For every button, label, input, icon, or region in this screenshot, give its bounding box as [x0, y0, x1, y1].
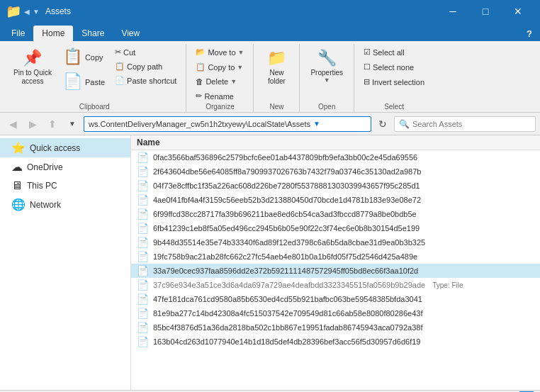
file-name: 04f73e8cffbc1f35a226ac608d226be7280f5537…: [153, 181, 420, 190]
close-button[interactable]: ✕: [502, 0, 534, 23]
delete-label: Delete: [206, 77, 228, 86]
onedrive-icon: ☁: [11, 160, 23, 174]
search-input[interactable]: [412, 120, 531, 128]
properties-label: Properties: [310, 69, 343, 77]
copy-to-label: Copy to: [208, 63, 235, 72]
maximize-button[interactable]: □: [469, 0, 502, 23]
new-folder-button[interactable]: 📁 Newfolder: [259, 45, 293, 89]
select-all-label: Select all: [373, 48, 405, 57]
copy-to-button[interactable]: 📋 Copy to ▼: [192, 60, 247, 74]
tab-share[interactable]: Share: [73, 26, 113, 41]
file-name: 85bc4f3876d51a36da2818ba502c1bb867e19951…: [153, 323, 423, 332]
sidebar-item-onedrive[interactable]: ☁ OneDrive: [0, 157, 130, 177]
clipboard-label: Clipboard: [79, 103, 110, 112]
search-icon: 🔍: [399, 119, 410, 129]
select-group-content: ☑ Select all ☐ Select none ⊟ Invert sele…: [360, 45, 428, 103]
path-dropdown-icon: ▼: [313, 120, 320, 128]
file-icon: 📄: [137, 336, 149, 347]
properties-button[interactable]: 🔧 Properties ▼: [305, 45, 348, 87]
file-row[interactable]: 📄85bc4f3876d51a36da2818ba502c1bb867e1995…: [131, 320, 540, 335]
tab-home[interactable]: Home: [33, 26, 73, 41]
clipboard-col: 📋 Copy 📄 Paste: [58, 45, 110, 94]
move-to-button[interactable]: 📂 Move to ▼: [192, 45, 247, 59]
file-icon: 📄: [137, 308, 149, 319]
file-icon: 📄: [137, 152, 149, 163]
new-group: 📁 Newfolder New: [254, 44, 300, 112]
refresh-button[interactable]: ↻: [374, 116, 391, 132]
forward-button[interactable]: ▶: [24, 116, 41, 132]
file-row[interactable]: 📄33a79e0cec937faa8596dd2e372b59211114875…: [131, 264, 540, 278]
organize-group: 📂 Move to ▼ 📋 Copy to ▼ 🗑 Delete ▼ ✏ Ren…: [186, 44, 254, 112]
file-name: 6f99ffcd38cc28717fa39b696211bae8ed6cb54c…: [153, 210, 417, 218]
tab-view[interactable]: View: [113, 26, 148, 41]
properties-chevron: ▼: [324, 77, 330, 84]
sidebar-onedrive-label: OneDrive: [27, 162, 63, 172]
clipboard-group-content: 📌 Pin to Quickaccess 📋 Copy 📄 Paste ✂ Cu…: [9, 45, 180, 103]
file-name: 33a79e0cec937faa8596dd2e372b592111148757…: [153, 267, 418, 275]
select-all-button[interactable]: ☑ Select all: [360, 45, 408, 59]
file-name: 0fac3566baf536896c2579bcfc6ee01ab4437809…: [153, 153, 417, 162]
file-row[interactable]: 📄81e9ba277c14bd42308a4fc515037542e709549…: [131, 306, 540, 320]
sidebar-item-network[interactable]: 🌐 Network: [0, 195, 130, 214]
file-name: 37c96e934e3a51ce3d6a4da697a729ae4deafbdd…: [153, 281, 425, 289]
select-all-icon: ☑: [364, 47, 371, 57]
delete-button[interactable]: 🗑 Delete ▼: [192, 75, 240, 88]
delete-icon: 🗑: [196, 77, 203, 86]
open-group-content: 🔧 Properties ▼: [305, 45, 348, 103]
select-none-button[interactable]: ☐ Select none: [360, 60, 417, 74]
ribbon: 📌 Pin to Quickaccess 📋 Copy 📄 Paste ✂ Cu…: [0, 41, 540, 113]
minimize-button[interactable]: ─: [437, 0, 469, 23]
file-row[interactable]: 📄2f643604dbe56e64085ff8a7909937026763b74…: [131, 164, 540, 179]
invert-selection-button[interactable]: ⊟ Invert selection: [360, 75, 428, 89]
organize-group-content: 📂 Move to ▼ 📋 Copy to ▼ 🗑 Delete ▼ ✏ Ren…: [192, 45, 247, 103]
address-path[interactable]: ws.ContentDeliveryManager_cw5n1h2txyewy\…: [84, 116, 371, 132]
tab-file[interactable]: File: [3, 26, 33, 41]
pin-to-quick-access-button[interactable]: 📌 Pin to Quickaccess: [9, 45, 57, 89]
quick-access-icon: ◀: [24, 8, 30, 16]
clipboard-group: 📌 Pin to Quickaccess 📋 Copy 📄 Paste ✂ Cu…: [3, 44, 186, 112]
properties-icon: 🔧: [317, 49, 337, 67]
pin-label: Pin to Quickaccess: [13, 69, 52, 86]
file-row[interactable]: 📄47fe181dca761cd9580a85b6530ed4cd55b921b…: [131, 292, 540, 306]
file-row[interactable]: 📄6f99ffcd38cc28717fa39b696211bae8ed6cb54…: [131, 207, 540, 221]
new-folder-label: Newfolder: [268, 69, 286, 86]
sidebar-item-quick-access[interactable]: ⭐ Quick access: [0, 138, 130, 157]
move-to-chevron: ▼: [238, 49, 244, 56]
this-pc-icon: 🖥: [11, 179, 23, 192]
select-none-label: Select none: [373, 63, 414, 72]
path-text: ws.ContentDeliveryManager_cw5n1h2txyewy\…: [89, 120, 310, 128]
file-name: 2f643604dbe56e64085ff8a7909937026763b743…: [153, 167, 421, 176]
copy-button[interactable]: 📋 Copy: [58, 45, 110, 69]
sidebar-item-this-pc[interactable]: 🖥 This PC: [0, 177, 130, 195]
file-icon: 📄: [137, 223, 149, 234]
invert-icon: ⊟: [364, 77, 370, 86]
file-name: 163b04cd263d1077940e14b1d18d5def4db28396…: [153, 337, 420, 346]
help-button[interactable]: ?: [522, 26, 537, 41]
file-row[interactable]: 📄04f73e8cffbc1f35a226ac608d226be7280f553…: [131, 179, 540, 193]
file-row[interactable]: 📄19fc758b9ac21ab28fc662c27fc54aeb4e801b0…: [131, 250, 540, 264]
file-row[interactable]: 📄9b448d35514e35e74b33340f6ad89f12ed3798c…: [131, 235, 540, 250]
sidebar-quick-access-label: Quick access: [30, 143, 80, 153]
file-row[interactable]: 📄0fac3566baf536896c2579bcfc6ee01ab443780…: [131, 150, 540, 164]
file-row[interactable]: 📄4ae0f41fbf4a4f3159c56eeb52b3d213880450d…: [131, 193, 540, 207]
network-icon: 🌐: [11, 198, 26, 211]
search-box[interactable]: 🔍: [394, 116, 536, 132]
paste-button[interactable]: 📄 Paste: [58, 70, 110, 94]
cut-icon: ✂: [115, 47, 121, 57]
up-button[interactable]: ⬆: [44, 116, 61, 132]
copy-path-button[interactable]: 📋 Copy path: [111, 60, 180, 73]
paste-shortcut-button[interactable]: 📄 Paste shortcut: [111, 74, 180, 87]
file-icon: 📄: [137, 166, 149, 177]
file-list-header: Name: [131, 135, 540, 150]
cut-button[interactable]: ✂ Cut: [111, 45, 180, 59]
window-title: Assets: [45, 6, 437, 16]
rename-button[interactable]: ✏ Rename: [192, 89, 237, 103]
recent-locations-button[interactable]: ▼: [64, 116, 81, 132]
file-row[interactable]: 📄37c96e934e3a51ce3d6a4da697a729ae4deafbd…: [131, 278, 540, 292]
file-row[interactable]: 📄163b04cd263d1077940e14b1d18d5def4db2839…: [131, 335, 540, 349]
quick-access-star-icon: ⭐: [11, 141, 26, 155]
copy-path-icon: 📋: [115, 62, 125, 71]
file-list: Name 📄0fac3566baf536896c2579bcfc6ee01ab4…: [131, 135, 540, 390]
file-row[interactable]: 📄6fb41239c1eb8f5a05ed496cc2945b6b05e90f2…: [131, 221, 540, 235]
back-button[interactable]: ◀: [4, 116, 21, 132]
